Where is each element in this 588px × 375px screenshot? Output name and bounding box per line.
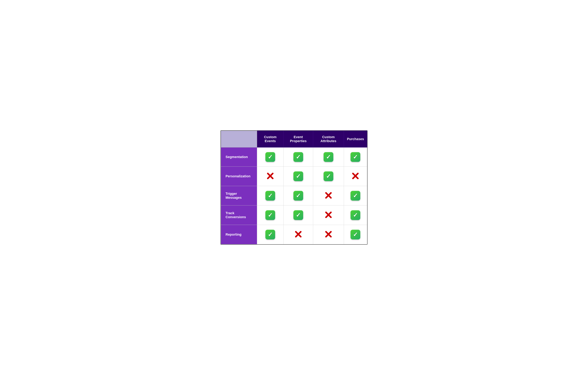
check-icon: ✓ (265, 210, 275, 220)
cell-3-3: ✓ (344, 205, 367, 225)
header-row: Custom Events Event Properties Custom At… (221, 131, 367, 148)
header-empty-cell (221, 131, 257, 148)
check-icon: ✓ (350, 210, 360, 220)
row-label-0: Segmentation (221, 148, 257, 167)
comparison-table: Custom Events Event Properties Custom At… (220, 130, 368, 245)
check-icon: ✓ (265, 152, 275, 162)
cell-3-0: ✓ (257, 205, 284, 225)
cross-icon (324, 191, 333, 200)
cell-4-3: ✓ (344, 225, 367, 244)
check-icon: ✓ (324, 152, 333, 162)
cell-0-2: ✓ (313, 148, 344, 167)
table-row: Track Conversions✓✓✓ (221, 205, 367, 225)
header-custom-events: Custom Events (257, 131, 284, 148)
table-row: Reporting✓✓ (221, 225, 367, 244)
check-icon: ✓ (265, 191, 275, 201)
check-icon: ✓ (265, 230, 275, 239)
check-icon: ✓ (293, 171, 303, 181)
check-icon: ✓ (350, 230, 360, 239)
row-label-3: Track Conversions (221, 205, 257, 225)
cell-4-1 (284, 225, 313, 244)
cell-4-0: ✓ (257, 225, 284, 244)
cell-1-2: ✓ (313, 167, 344, 186)
row-label-1: Personalization (221, 167, 257, 186)
cell-1-1: ✓ (284, 167, 313, 186)
row-label-4: Reporting (221, 225, 257, 244)
cross-icon (324, 210, 333, 220)
cell-0-3: ✓ (344, 148, 367, 167)
cell-1-0 (257, 167, 284, 186)
check-icon: ✓ (324, 171, 333, 181)
check-icon: ✓ (293, 210, 303, 220)
cell-2-2 (313, 186, 344, 205)
cross-icon (294, 230, 303, 239)
row-label-2: Trigger Messages (221, 186, 257, 205)
cell-4-2 (313, 225, 344, 244)
cell-2-1: ✓ (284, 186, 313, 205)
cell-0-1: ✓ (284, 148, 313, 167)
check-icon: ✓ (350, 191, 360, 201)
cell-1-3 (344, 167, 367, 186)
check-icon: ✓ (350, 152, 360, 162)
table-row: Segmentation✓✓✓✓ (221, 148, 367, 167)
table-row: Trigger Messages✓✓✓ (221, 186, 367, 205)
cell-2-0: ✓ (257, 186, 284, 205)
check-icon: ✓ (293, 152, 303, 162)
header-custom-attributes: Custom Attributes (313, 131, 344, 148)
cell-2-3: ✓ (344, 186, 367, 205)
cross-icon (324, 230, 333, 239)
cross-icon (351, 171, 360, 181)
cell-3-2 (313, 205, 344, 225)
cross-icon (265, 171, 275, 181)
cell-0-0: ✓ (257, 148, 284, 167)
header-purchases: Purchases (344, 131, 367, 148)
table-row: Personalization✓✓ (221, 167, 367, 186)
header-event-properties: Event Properties (284, 131, 313, 148)
check-icon: ✓ (293, 191, 303, 201)
cell-3-1: ✓ (284, 205, 313, 225)
